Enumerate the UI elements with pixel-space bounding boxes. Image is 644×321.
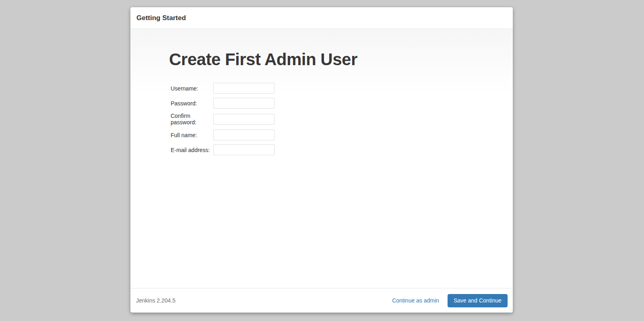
form-row-username: Username: (171, 83, 513, 94)
setup-wizard-dialog: Getting Started Create First Admin User … (130, 7, 513, 313)
password-label: Password: (171, 100, 213, 107)
page-background: { "header": { "title": "Getting Started"… (0, 0, 644, 321)
page-title: Create First Admin User (169, 50, 513, 69)
full-name-label: Full name: (171, 132, 213, 138)
form-row-email: E-mail address: (171, 144, 513, 155)
username-input[interactable] (213, 83, 275, 94)
dialog-header: Getting Started (130, 7, 513, 29)
full-name-input[interactable] (213, 130, 275, 140)
email-input[interactable] (213, 144, 275, 155)
username-label: Username: (171, 85, 213, 92)
save-and-continue-button[interactable]: Save and Continue (448, 294, 508, 307)
dialog-footer: Jenkins 2.204.5 Continue as admin Save a… (130, 288, 513, 313)
jenkins-version-label: Jenkins 2.204.5 (136, 297, 175, 304)
form-row-full-name: Full name: (171, 130, 513, 140)
admin-user-form: Username: Password: Confirm password: Fu… (169, 83, 513, 155)
dialog-title: Getting Started (136, 14, 186, 22)
form-row-password: Password: (171, 98, 513, 109)
dialog-body: Create First Admin User Username: Passwo… (130, 29, 513, 288)
confirm-password-label: Confirm password: (171, 113, 213, 126)
confirm-password-input[interactable] (213, 114, 275, 125)
form-row-confirm-password: Confirm password: (171, 113, 513, 126)
password-input[interactable] (213, 98, 275, 109)
continue-as-admin-link[interactable]: Continue as admin (392, 297, 439, 304)
email-label: E-mail address: (171, 147, 213, 153)
